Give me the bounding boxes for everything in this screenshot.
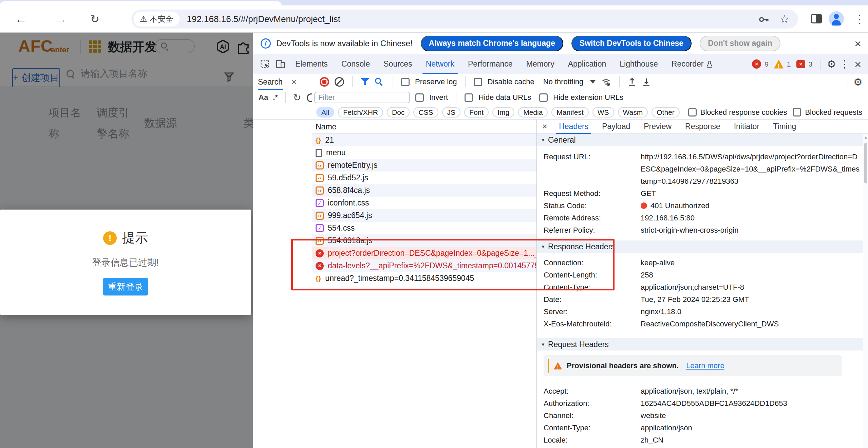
section-request-headers[interactable]: ▼Request Headers [537, 338, 868, 351]
security-chip[interactable]: ⚠ 不安全 [134, 12, 180, 26]
scroll-up-arrow[interactable]: ▲ [864, 135, 868, 139]
refresh-search-icon[interactable]: ↻ [293, 92, 301, 103]
divider [285, 92, 286, 103]
filter-chip-img[interactable]: Img [492, 107, 514, 118]
request-row[interactable]: ‹›658.8f4ca.js [312, 184, 536, 197]
network-search-icon[interactable] [375, 77, 384, 87]
tab-console[interactable]: Console [335, 54, 377, 74]
password-key-icon[interactable] [758, 14, 769, 24]
network-conditions-icon[interactable] [601, 77, 611, 87]
request-row-error-selected[interactable]: ×project?orderDirection=DESC&pageIndex=0… [312, 247, 536, 259]
record-network-log-icon[interactable] [320, 77, 329, 87]
tab-preview[interactable]: Preview [637, 120, 678, 134]
request-row-error[interactable]: ×data-levels?__apiPrefix=%2FDWS&_timesta… [312, 259, 536, 272]
filter-chip-other[interactable]: Other [652, 107, 680, 118]
filter-chip-manifest[interactable]: Manifest [551, 107, 588, 118]
import-har-icon[interactable] [628, 77, 637, 87]
request-row[interactable]: ∕iconfont.css [312, 197, 536, 209]
browser-active-tab[interactable] [0, 1, 282, 5]
filter-chip-font[interactable]: Font [464, 107, 489, 118]
bookmark-star-icon[interactable]: ☆ [779, 13, 789, 25]
tab-sources[interactable]: Sources [377, 54, 419, 74]
back-icon[interactable]: ← [15, 13, 27, 25]
hide-data-urls-checkbox[interactable] [465, 93, 473, 102]
tab-headers[interactable]: Headers [552, 120, 595, 134]
devtools-close-icon[interactable]: × [854, 58, 861, 70]
hide-extension-urls-checkbox[interactable] [539, 93, 548, 102]
side-panel-icon[interactable] [811, 14, 822, 23]
reload-icon[interactable]: ↻ [90, 13, 99, 25]
close-details-icon[interactable]: × [542, 121, 547, 132]
clear-search-icon[interactable] [307, 93, 312, 102]
tab-memory[interactable]: Memory [520, 54, 561, 74]
request-row[interactable]: ‹›554.6318a.js [312, 234, 536, 247]
url-text[interactable]: 192.168.16.5/#/prjDevMenu/project_list [187, 14, 340, 24]
tab-payload[interactable]: Payload [595, 120, 637, 134]
browser-menu-icon[interactable]: ⋮ [854, 12, 865, 26]
tab-performance[interactable]: Performance [461, 54, 520, 74]
learn-more-link[interactable]: Learn more [686, 361, 724, 370]
tab-elements[interactable]: Elements [288, 54, 335, 74]
scrollbar-thumb[interactable] [864, 143, 867, 183]
filter-chip-css[interactable]: CSS [413, 107, 438, 118]
request-row[interactable]: ‹›59.d5d52.js [312, 172, 536, 184]
relogin-button[interactable]: 重新登录 [103, 278, 148, 295]
issues-icon[interactable]: × [796, 60, 805, 68]
request-row[interactable]: {}21 [312, 134, 536, 146]
regex-button[interactable]: .* [273, 93, 278, 102]
tab-network[interactable]: Network [419, 54, 461, 74]
device-toolbar-icon[interactable] [273, 54, 288, 74]
filter-chip-all[interactable]: All [316, 107, 334, 118]
throttling-select[interactable]: No throttling [543, 77, 584, 86]
banner-close-icon[interactable]: × [854, 38, 861, 49]
filter-toggle-icon[interactable] [361, 78, 370, 86]
filter-chip-wasm[interactable]: Wasm [618, 107, 648, 118]
request-row[interactable]: {}unread?_timestamp=0.3411584539659045 [312, 272, 536, 285]
filter-chip-ws[interactable]: WS [592, 107, 614, 118]
url-bar[interactable]: ⚠ 不安全 192.168.16.5/#/prjDevMenu/project_… [131, 10, 798, 29]
filter-chip-fetch-xhr[interactable]: Fetch/XHR [338, 107, 383, 118]
tab-application[interactable]: Application [561, 54, 613, 74]
tab-response[interactable]: Response [678, 120, 727, 134]
search-pane-tab[interactable]: Search [258, 74, 283, 90]
request-row[interactable]: menu [312, 146, 536, 159]
request-row[interactable]: ∕554.css [312, 222, 536, 234]
header-row: Content-Type:application/json;charset=UT… [537, 281, 868, 293]
forward-icon[interactable]: → [55, 13, 67, 25]
network-settings-icon[interactable]: ⚙ [848, 76, 863, 88]
filter-chip-doc[interactable]: Doc [387, 107, 410, 118]
header-row: Request URL:http://192.168.16.5/DWS/api/… [537, 151, 868, 187]
tab-lighthouse[interactable]: Lighthouse [613, 54, 665, 74]
header-key: Request Method: [544, 187, 641, 200]
clear-network-log-icon[interactable] [335, 77, 344, 87]
console-warnings-icon[interactable]: ! [774, 60, 784, 69]
tab-timing[interactable]: Timing [766, 120, 803, 134]
section-response-headers[interactable]: ▼Response Headers [537, 240, 868, 253]
dont-show-again-button[interactable]: Don't show again [700, 36, 780, 51]
always-match-language-button[interactable]: Always match Chrome's language [421, 36, 563, 51]
inspect-element-icon[interactable] [257, 54, 273, 74]
name-column-header[interactable]: Name [312, 120, 536, 134]
profile-avatar[interactable] [829, 11, 844, 26]
filter-chip-js[interactable]: JS [442, 107, 461, 118]
search-pane-close-icon[interactable]: × [291, 77, 297, 87]
switch-devtools-chinese-button[interactable]: Switch DevTools to Chinese [571, 36, 692, 51]
devtools-menu-icon[interactable]: ⋮ [839, 58, 850, 70]
vertical-scrollbar[interactable]: ▲ [863, 134, 868, 448]
filter-chip-media[interactable]: Media [518, 107, 548, 118]
request-row[interactable]: ‹›remoteEntry.js [312, 159, 536, 172]
tab-recorder[interactable]: Recorder [665, 54, 720, 74]
blocked-requests-checkbox[interactable] [793, 108, 801, 117]
network-filter-input[interactable] [314, 92, 410, 103]
tab-initiator[interactable]: Initiator [727, 120, 766, 134]
preserve-log-checkbox[interactable] [401, 78, 410, 86]
invert-checkbox[interactable] [415, 93, 424, 102]
disable-cache-checkbox[interactable] [474, 78, 482, 86]
section-general[interactable]: ▼General [537, 134, 868, 146]
export-har-icon[interactable] [642, 77, 651, 87]
blocked-response-cookies-checkbox[interactable] [688, 108, 697, 117]
devtools-settings-icon[interactable]: ⚙ [827, 58, 836, 70]
match-case-button[interactable]: Aa [259, 93, 268, 102]
console-errors-icon[interactable]: × [752, 59, 761, 69]
request-row[interactable]: ‹›999.ac654.js [312, 209, 536, 222]
